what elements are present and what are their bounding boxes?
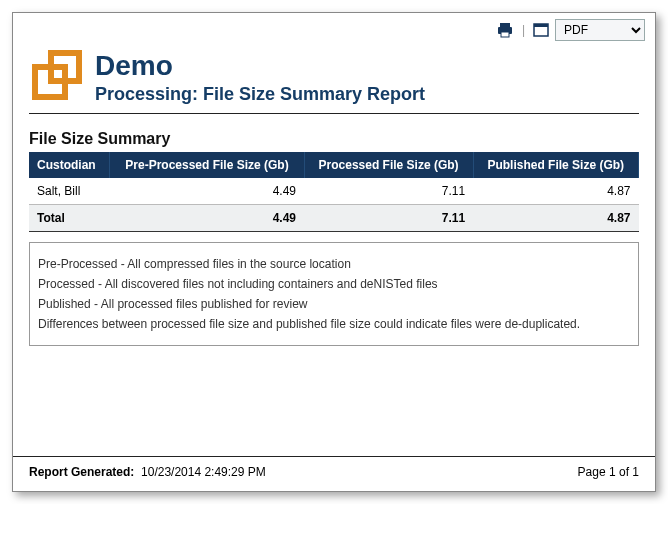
app-title: Demo: [95, 50, 425, 82]
total-pre: 4.49: [110, 205, 304, 232]
table-total-row: Total 4.49 7.11 4.87: [29, 205, 639, 232]
col-preprocessed: Pre-Processed File Size (Gb): [110, 152, 304, 178]
total-label: Total: [29, 205, 110, 232]
note-line: Pre-Processed - All compressed files in …: [38, 257, 630, 271]
note-line: Published - All processed files publishe…: [38, 297, 630, 311]
table-row: Salt, Bill 4.49 7.11 4.87: [29, 178, 639, 205]
window-icon[interactable]: [533, 23, 549, 37]
page-number: Page 1 of 1: [578, 465, 639, 479]
col-custodian: Custodian: [29, 152, 110, 178]
notes-box: Pre-Processed - All compressed files in …: [29, 242, 639, 346]
title-block: Demo Processing: File Size Summary Repor…: [95, 50, 425, 105]
toolbar-separator: |: [520, 23, 527, 37]
generated-label: Report Generated:: [29, 465, 134, 479]
cell-pub: 4.87: [473, 178, 638, 205]
total-proc: 7.11: [304, 205, 473, 232]
cell-proc: 7.11: [304, 178, 473, 205]
generated-value: 10/23/2014 2:49:29 PM: [141, 465, 266, 479]
cell-custodian: Salt, Bill: [29, 178, 110, 205]
col-published: Published File Size (Gb): [473, 152, 638, 178]
svg-rect-4: [534, 24, 548, 27]
spacer: [13, 346, 655, 456]
generated-block: Report Generated: 10/23/2014 2:49:29 PM: [29, 465, 266, 479]
logo-icon: [29, 49, 85, 105]
svg-rect-2: [501, 32, 509, 37]
export-format-select[interactable]: PDF: [555, 19, 645, 41]
note-line: Differences between processed file size …: [38, 317, 630, 331]
header-divider: [29, 113, 639, 114]
print-icon[interactable]: [496, 22, 514, 38]
report-header: Demo Processing: File Size Summary Repor…: [13, 45, 655, 113]
total-pub: 4.87: [473, 205, 638, 232]
col-processed: Processed File Size (Gb): [304, 152, 473, 178]
note-line: Processed - All discovered files not inc…: [38, 277, 630, 291]
cell-pre: 4.49: [110, 178, 304, 205]
report-footer: Report Generated: 10/23/2014 2:49:29 PM …: [13, 456, 655, 491]
table-header-row: Custodian Pre-Processed File Size (Gb) P…: [29, 152, 639, 178]
file-size-table: Custodian Pre-Processed File Size (Gb) P…: [29, 152, 639, 232]
report-subtitle: Processing: File Size Summary Report: [95, 84, 425, 105]
svg-rect-0: [500, 23, 510, 27]
report-page: | PDF Demo Processing: File Size Summary…: [12, 12, 656, 492]
toolbar: | PDF: [13, 13, 655, 45]
section-title: File Size Summary: [13, 124, 655, 152]
